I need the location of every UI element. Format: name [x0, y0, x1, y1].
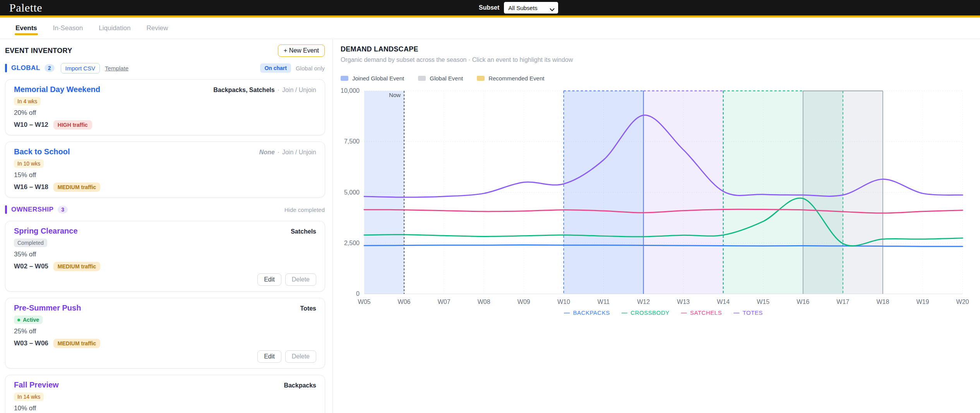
series-legend-item-totes[interactable]: —TOTES	[733, 309, 763, 316]
event-title[interactable]: Memorial Day Weekend	[14, 85, 100, 94]
x-tick-label: W19	[916, 299, 929, 305]
ownership-section-bar	[5, 205, 7, 214]
global-only-toggle[interactable]: Global only	[296, 65, 325, 72]
traffic-badge: HIGH traffic	[53, 120, 92, 130]
new-event-button[interactable]: + New Event	[278, 44, 325, 57]
series-legend: —BACKPACKS—CROSSBODY—SATCHELS—TOTES	[364, 309, 963, 316]
event-meta: None · Join / Unjoin	[259, 149, 316, 156]
past-window[interactable]	[364, 91, 404, 294]
global-event-card[interactable]: Back to School None · Join / Unjoin In 1…	[5, 142, 325, 198]
chart-title: DEMAND LANDSCAPE	[341, 45, 980, 53]
tab-in-season[interactable]: In-Season	[52, 17, 84, 39]
tab-review[interactable]: Review	[146, 17, 169, 39]
ownership-event-card[interactable]: Spring Clearance Satchels Completed 35% …	[5, 221, 325, 292]
event-type-legend: Joined Global EventGlobal EventRecommend…	[341, 75, 980, 82]
event-title[interactable]: Fall Preview	[14, 381, 59, 389]
import-csv-button[interactable]: Import CSV	[61, 63, 100, 73]
x-tick-label: W14	[717, 299, 730, 305]
x-tick-label: W17	[836, 299, 849, 305]
discount-text: 35% off	[14, 251, 316, 258]
discount-text: 15% off	[14, 171, 316, 179]
event-title[interactable]: Spring Clearance	[14, 227, 78, 236]
ownership-event-card[interactable]: Fall Preview Backpacks In 14 wks 10% off…	[5, 375, 325, 413]
delete-button[interactable]: Delete	[285, 273, 316, 286]
chart-subtitle: Organic demand by subset across the seas…	[341, 56, 980, 63]
event-subsets: Satchels	[291, 228, 316, 235]
join-unjoin-link[interactable]: Join / Unjoin	[282, 149, 316, 156]
hide-completed-toggle[interactable]: Hide completed	[284, 206, 325, 213]
x-tick-label: W11	[598, 299, 610, 305]
event-subsets: Backpacks	[284, 382, 316, 389]
legend-swatch	[418, 76, 426, 81]
series-dash-icon: —	[733, 309, 740, 316]
global-event-window[interactable]	[803, 91, 883, 294]
global-event-list: Memorial Day Weekend Backpacks, Satchels…	[5, 79, 332, 198]
global-event-card[interactable]: Memorial Day Weekend Backpacks, Satchels…	[5, 79, 325, 135]
x-tick-label: W20	[956, 299, 969, 305]
now-marker-label: Now	[389, 92, 401, 98]
global-count-badge: 2	[45, 64, 55, 72]
event-title[interactable]: Back to School	[14, 147, 70, 156]
joined-event-window[interactable]	[564, 91, 643, 294]
subset-select[interactable]: All Subsets	[504, 2, 558, 14]
ownership-count-badge: 3	[58, 206, 68, 213]
traffic-badge: MEDIUM traffic	[53, 183, 101, 192]
status-dot-icon	[17, 319, 20, 321]
tab-events[interactable]: Events	[15, 17, 38, 39]
template-link[interactable]: Template	[105, 65, 128, 72]
status-badge: In 14 wks	[14, 393, 44, 401]
ownership-section-header: OWNERSHIP 3 Hide completed	[5, 204, 332, 215]
ownership-section-title: OWNERSHIP	[11, 206, 53, 213]
y-tick-label: 2,500	[344, 240, 360, 246]
event-meta: Backpacks, Satchels · Join / Unjoin	[213, 87, 316, 94]
series-legend-item-crossbody[interactable]: —CROSSBODY	[622, 309, 670, 316]
x-tick-label: W08	[478, 299, 490, 305]
top-bar: Palette Subset All Subsets	[0, 0, 980, 15]
edit-button[interactable]: Edit	[257, 350, 281, 363]
event-weeks: W03 – W06	[14, 340, 48, 347]
x-tick-label: W16	[797, 299, 809, 305]
event-subsets: Totes	[300, 305, 316, 312]
event-weeks: W02 – W05	[14, 263, 48, 270]
legend-swatch	[477, 76, 485, 81]
event-weeks: W16 – W18	[14, 183, 48, 191]
series-legend-item-satchels[interactable]: —SATCHELS	[681, 309, 722, 316]
decay-window[interactable]	[643, 91, 723, 294]
edit-button[interactable]: Edit	[257, 273, 281, 286]
subset-group: Subset All Subsets	[479, 0, 558, 15]
series-legend-item-backpacks[interactable]: —BACKPACKS	[564, 309, 610, 316]
main-content: EVENT INVENTORY + New Event GLOBAL 2 Imp…	[0, 39, 980, 413]
event-title[interactable]: Pre-Summer Push	[14, 304, 81, 312]
inventory-header: EVENT INVENTORY + New Event	[5, 44, 332, 58]
discount-text: 25% off	[14, 328, 316, 335]
x-tick-label: W10	[557, 299, 570, 305]
series-dash-icon: —	[622, 309, 628, 316]
x-tick-label: W18	[876, 299, 889, 305]
tab-liquidation[interactable]: Liquidation	[98, 17, 131, 39]
event-subsets: None	[259, 149, 275, 156]
status-badge: Active	[14, 316, 43, 324]
on-chart-toggle[interactable]: On chart	[260, 63, 291, 73]
y-tick-label: 7,500	[344, 138, 360, 145]
x-tick-label: W05	[358, 299, 371, 305]
event-subsets: Backpacks, Satchels	[213, 87, 274, 94]
x-tick-label: W07	[438, 299, 451, 305]
delete-button[interactable]: Delete	[285, 350, 316, 363]
x-tick-label: W13	[677, 299, 690, 305]
ownership-event-card[interactable]: Pre-Summer Push Totes Active 25% off W03…	[5, 298, 325, 369]
status-badge: Completed	[14, 239, 47, 247]
app-logo: Palette	[9, 0, 42, 15]
y-tick-label: 0	[356, 290, 360, 297]
demand-chart[interactable]: Now02,5005,0007,50010,000W05W06W07W08W09…	[341, 87, 980, 309]
event-inventory-panel: EVENT INVENTORY + New Event GLOBAL 2 Imp…	[0, 39, 333, 413]
join-unjoin-link[interactable]: Join / Unjoin	[282, 87, 316, 94]
series-dash-icon: —	[564, 309, 570, 316]
x-tick-label: W09	[517, 299, 530, 305]
x-tick-label: W06	[398, 299, 411, 305]
status-badge: In 10 wks	[14, 159, 44, 168]
inventory-title: EVENT INVENTORY	[5, 47, 72, 55]
demand-landscape-panel: DEMAND LANDSCAPE Organic demand by subse…	[333, 39, 980, 413]
meta-separator: ·	[278, 87, 279, 94]
ownership-event-list: Spring Clearance Satchels Completed 35% …	[5, 221, 332, 413]
traffic-badge: MEDIUM traffic	[53, 339, 101, 348]
